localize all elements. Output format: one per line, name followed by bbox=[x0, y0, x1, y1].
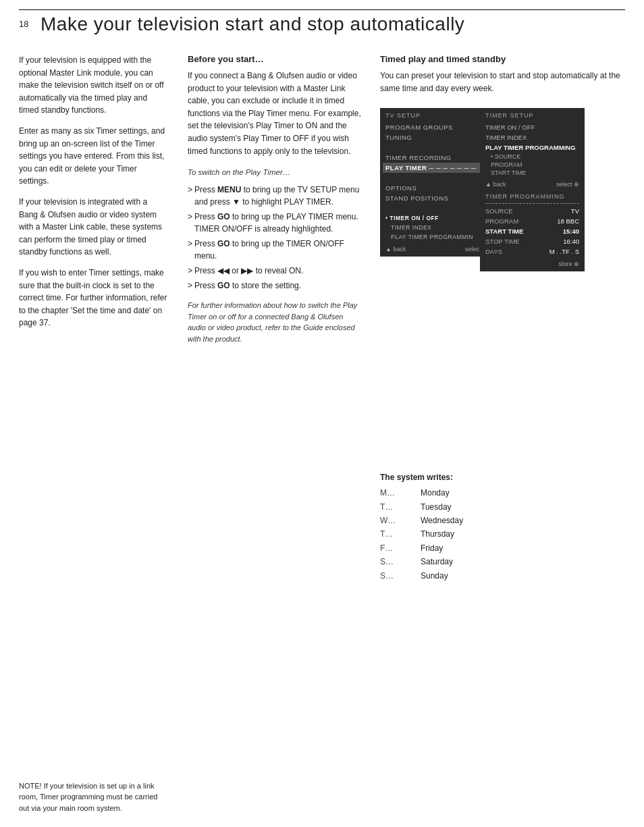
step-5: Press GO to store the setting. bbox=[188, 279, 363, 292]
program-value: 18 BBC bbox=[557, 217, 579, 225]
menu2-back: ▲ back bbox=[485, 181, 506, 188]
step-5-bold: GO bbox=[217, 281, 230, 290]
day-name-sunday: Sunday bbox=[421, 569, 448, 583]
day-code-monday: M… bbox=[380, 486, 421, 500]
menu3-back-row: store ⊕ bbox=[485, 261, 579, 267]
timer-row-start-time: START TIME 15:40 bbox=[485, 226, 579, 236]
step-3-bold: GO bbox=[217, 239, 230, 248]
day-name-monday: Monday bbox=[421, 486, 450, 500]
day-code-saturday: S… bbox=[380, 555, 421, 568]
menu1-spacer1 bbox=[385, 142, 479, 153]
timer-row-stop-time: STOP TIME 16:40 bbox=[485, 236, 579, 246]
day-code-thursday: T… bbox=[380, 527, 421, 541]
days-value: M . .TF . S bbox=[549, 248, 579, 255]
menu1-tuning: TUNING bbox=[385, 132, 479, 142]
timer-row-source: SOURCE TV bbox=[485, 206, 579, 216]
day-sunday: S… Sunday bbox=[380, 569, 625, 583]
menu3-store: store ⊕ bbox=[558, 261, 579, 267]
menu2-back-row: ▲ back select ⊕ bbox=[485, 181, 579, 188]
stop-time-value: 16:40 bbox=[563, 238, 579, 245]
left-column: If your television is equipped with the … bbox=[19, 54, 167, 338]
menu1-timer-on-off: • TIMER ON / OFF bbox=[385, 213, 479, 223]
menu1-select: selec bbox=[465, 246, 479, 252]
start-time-value: 15:40 bbox=[563, 228, 579, 235]
step-1-bold: MENU bbox=[217, 185, 241, 194]
stop-time-label: STOP TIME bbox=[485, 238, 520, 245]
bottom-note: NOTE! If your television is set up in a … bbox=[19, 780, 167, 814]
menu1-spacer3 bbox=[385, 203, 479, 213]
before-you-start-heading: Before you start… bbox=[188, 54, 363, 64]
menu2-sub-items: • SOURCE PROGRAM START TIME bbox=[485, 153, 579, 177]
left-para-3: If your television is integrated with a … bbox=[19, 196, 167, 259]
timer-row-days: DAYS M . .TF . S bbox=[485, 246, 579, 257]
day-name-wednesday: Wednesday bbox=[421, 514, 463, 527]
menu3-divider bbox=[485, 203, 579, 204]
right-body-text: You can preset your television to start … bbox=[380, 70, 625, 95]
tv-setup-menu: TV SETUP PROGRAM GROUPS TUNING TIMER REC… bbox=[380, 108, 485, 257]
day-name-tuesday: Tuesday bbox=[421, 500, 452, 514]
menu1-play-timer: PLAY TIMER ─ ─ ─ ─ ─ ─ ─ bbox=[383, 163, 482, 173]
menu2-select: select ⊕ bbox=[556, 181, 579, 188]
day-name-friday: Friday bbox=[421, 541, 443, 555]
day-tuesday: T… Tuesday bbox=[380, 500, 625, 514]
menu1-timer-index: TIMER INDEX bbox=[385, 223, 479, 232]
top-border bbox=[19, 9, 625, 10]
day-monday: M… Monday bbox=[380, 486, 625, 500]
left-para-1: If your television is equipped with the … bbox=[19, 54, 167, 117]
day-code-tuesday: T… bbox=[380, 500, 421, 514]
timer-setup-menu: TIMER SETUP TIMER ON / OFF TIMER INDEX P… bbox=[480, 108, 585, 192]
menu3-title: TIMER PROGRAMMING bbox=[485, 193, 579, 200]
page-number: 18 bbox=[19, 19, 28, 29]
system-writes: The system writes: M… Monday T… Tuesday … bbox=[380, 473, 625, 583]
menu1-back: ▲ back bbox=[385, 246, 406, 252]
mid-body-text: If you connect a Bang & Olufsen audio or… bbox=[188, 70, 363, 157]
day-code-wednesday: W… bbox=[380, 514, 421, 527]
menu1-spacer2 bbox=[385, 173, 479, 183]
mid-column: Before you start… If you connect a Bang … bbox=[188, 54, 363, 344]
menu1-program-groups: PROGRAM GROUPS bbox=[385, 122, 479, 132]
days-label: DAYS bbox=[485, 248, 502, 255]
menu2-timer-on-off: TIMER ON / OFF bbox=[485, 122, 579, 132]
content-area: If your television is equipped with the … bbox=[19, 54, 625, 800]
menu1-title: TV SETUP bbox=[385, 112, 479, 119]
day-wednesday: W… Wednesday bbox=[380, 514, 625, 527]
day-saturday: S… Saturday bbox=[380, 555, 625, 568]
menu2-source: • SOURCE bbox=[491, 153, 579, 161]
timer-programming-menu: TIMER PROGRAMMING SOURCE TV PROGRAM 18 B… bbox=[480, 189, 585, 271]
step-4: Press ◀◀ or ▶▶ to reveal ON. bbox=[188, 265, 363, 277]
source-label: SOURCE bbox=[485, 207, 513, 215]
menu1-back-row: ▲ back selec bbox=[385, 246, 479, 252]
tv-menu-wrapper: TV SETUP PROGRAM GROUPS TUNING TIMER REC… bbox=[380, 108, 625, 284]
timer-row-program: PROGRAM 18 BBC bbox=[485, 216, 579, 226]
menu1-stand-positions: STAND POSITIONS bbox=[385, 193, 479, 203]
left-para-4: If you wish to enter Timer settings, mak… bbox=[19, 267, 167, 329]
menu2-start-time: START TIME bbox=[491, 169, 579, 177]
step-2: Press GO to bring up the PLAY TIMER menu… bbox=[188, 211, 363, 235]
day-name-thursday: Thursday bbox=[421, 527, 454, 541]
day-friday: F… Friday bbox=[380, 541, 625, 555]
italic-intro: To switch on the Play Timer… bbox=[188, 167, 363, 178]
timed-play-heading: Timed play and timed standby bbox=[380, 54, 625, 64]
program-label: PROGRAM bbox=[485, 217, 518, 225]
right-column: Timed play and timed standby You can pre… bbox=[380, 54, 625, 583]
day-thursday: T… Thursday bbox=[380, 527, 625, 541]
menu1-options: OPTIONS bbox=[385, 183, 479, 193]
day-code-friday: F… bbox=[380, 541, 421, 555]
step-2-bold: GO bbox=[217, 212, 230, 221]
source-value: TV bbox=[571, 207, 579, 215]
step-3: Press GO to bring up the TIMER ON/OFF me… bbox=[188, 238, 363, 262]
start-time-label: START TIME bbox=[485, 228, 523, 235]
system-writes-heading: The system writes: bbox=[380, 473, 625, 482]
italic-note: For further information about how to swi… bbox=[188, 300, 363, 344]
left-para-2: Enter as many as six Timer settings, and… bbox=[19, 125, 167, 188]
menu1-play-timer-prog: PLAY TIMER PROGRAMMIN bbox=[385, 232, 479, 242]
menu2-program: PROGRAM bbox=[491, 161, 579, 169]
step-1: Press MENU to bring up the TV SETUP menu… bbox=[188, 184, 363, 208]
day-code-sunday: S… bbox=[380, 569, 421, 583]
menu2-title: TIMER SETUP bbox=[485, 112, 579, 119]
page-title: Make your television start and stop auto… bbox=[41, 14, 625, 35]
menu1-timer-recording: TIMER RECORDING bbox=[385, 153, 479, 163]
menu2-play-timer-prog: PLAY TIMER PROGRAMMING bbox=[485, 142, 579, 153]
menu2-timer-index: TIMER INDEX bbox=[485, 132, 579, 142]
day-name-saturday: Saturday bbox=[421, 555, 453, 568]
